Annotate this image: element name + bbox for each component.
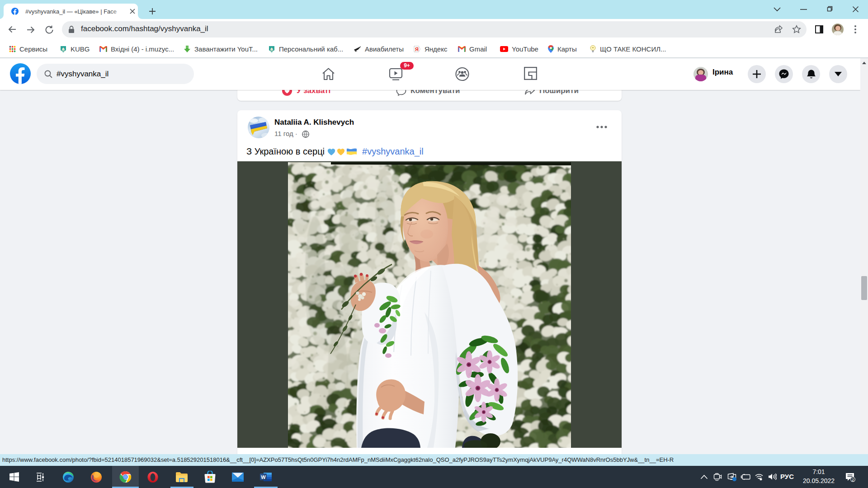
- svg-text:W: W: [261, 474, 266, 480]
- svg-text:Я: Я: [415, 47, 419, 52]
- svg-text:2: 2: [852, 477, 854, 482]
